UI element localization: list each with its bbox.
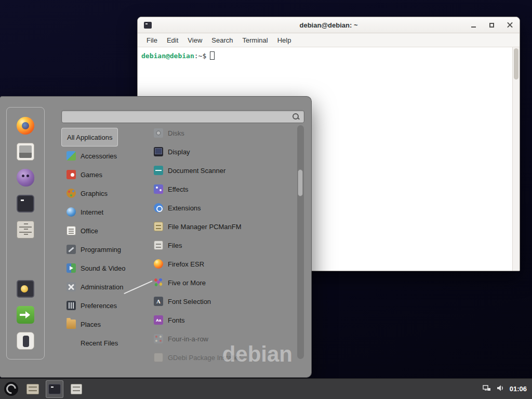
file-cabinet-icon [17,221,34,238]
clock[interactable]: 01:06 [510,385,527,393]
terminal-scrollbar-thumb[interactable] [514,48,518,79]
category-label: Games [81,171,102,179]
games-icon [66,170,76,179]
network-icon[interactable] [483,384,491,394]
administration-icon [66,282,76,291]
category-accessories[interactable]: Accessories [61,147,122,165]
app-label: Fonts [168,316,185,324]
system-tray: 01:06 [483,384,527,394]
app-label: Files [168,242,182,249]
close-button[interactable] [506,21,513,29]
category-label: Administration [81,283,123,291]
terminal-prompt: debian@debian:~$ [141,51,508,60]
display-icon [154,147,163,156]
terminal-titlebar[interactable]: debian@debian: ~ [138,17,520,33]
app-document-scanner[interactable]: Document Scanner [150,161,296,180]
menu-file[interactable]: File [142,34,162,46]
app-firefox-esr[interactable]: Firefox ESR [150,255,296,273]
favorites-column [6,107,45,360]
minimize-button[interactable] [470,21,477,29]
favorite-photos[interactable] [14,140,37,163]
prompt-user-host: debian@debian [141,52,194,60]
category-administration[interactable]: Administration [61,277,128,296]
category-all-applications[interactable]: All Applications [61,128,118,147]
menu-view[interactable]: View [183,34,207,46]
category-places[interactable]: Places [61,315,106,334]
category-recent-files[interactable]: Recent Files [61,334,123,352]
app-label: Display [168,148,190,156]
category-label: Accessories [81,152,117,160]
app-file-manager-pcmanfm[interactable]: File Manager PCManFM [150,217,296,236]
sound-video-icon [66,263,76,273]
category-label: Preferences [81,302,117,310]
prompt-symbol: $ [202,52,206,60]
preferences-icon [66,301,76,310]
gdebi-icon [154,353,163,362]
app-font-selection[interactable]: Font Selection [150,292,296,311]
files-icon [71,384,82,394]
category-preferences[interactable]: Preferences [61,296,122,315]
app-five-or-more[interactable]: Five or More [150,273,296,292]
terminal-cursor [210,51,215,60]
category-label: Places [81,321,101,328]
taskbar-file-manager[interactable] [24,380,42,398]
menu-search-box[interactable] [61,110,304,123]
menu-help[interactable]: Help [273,34,296,46]
app-label: Four-in-a-row [168,335,208,343]
app-list-scrollbar[interactable] [297,125,304,359]
menu-search[interactable]: Search [207,34,237,46]
category-games[interactable]: Games [61,165,108,184]
menu-search-input[interactable] [66,111,292,123]
extensions-icon [154,203,163,212]
menu-button[interactable] [2,380,20,398]
category-internet[interactable]: Internet [61,203,109,221]
disks-icon [154,128,163,138]
favorite-firefox[interactable] [14,114,37,137]
shutdown-button[interactable] [14,329,37,352]
lock-screen-button[interactable] [14,277,37,300]
category-label: Programming [81,246,121,254]
category-label: Sound & Video [81,264,126,272]
graphics-icon [66,189,76,198]
shutdown-icon [17,332,34,350]
favorite-mascot-app[interactable] [14,166,37,189]
volume-icon[interactable] [496,384,504,394]
app-fonts[interactable]: Fonts [150,311,296,329]
application-list: Disks Display Document Scanner Effects E… [150,124,296,363]
app-label: Disks [168,129,184,137]
prompt-separator: : [194,52,198,60]
category-sound-video[interactable]: Sound & Video [61,259,131,277]
app-display[interactable]: Display [150,142,296,161]
app-label: Firefox ESR [168,260,204,268]
terminal-scrollbar[interactable] [512,47,520,271]
menu-terminal[interactable]: Terminal [238,34,273,46]
app-label: Document Scanner [168,167,225,175]
app-files[interactable]: Files [150,236,296,255]
category-programming[interactable]: Programming [61,240,126,259]
four-in-a-row-icon [154,334,163,343]
menu-edit[interactable]: Edit [162,34,183,46]
favorite-file-manager[interactable] [14,218,37,241]
maximize-button[interactable] [488,21,495,29]
window-title: debian@debian: ~ [300,21,358,29]
minimize-icon [471,26,476,28]
document-scanner-icon [154,166,163,175]
logout-button[interactable] [14,303,37,326]
terminal-icon [17,195,34,212]
app-extensions[interactable]: Extensions [150,198,296,217]
app-disks[interactable]: Disks [150,124,296,142]
favorite-terminal[interactable] [14,192,37,215]
category-graphics[interactable]: Graphics [61,184,113,203]
taskbar-terminal[interactable] [46,380,63,398]
file-manager-icon [26,384,39,394]
photos-icon [17,143,34,161]
office-icon [66,226,76,235]
category-office[interactable]: Office [61,221,103,240]
mascot-icon [17,169,34,187]
category-list: All Applications Accessories Games Graph… [61,128,144,352]
app-list-scrollbar-thumb[interactable] [298,169,303,196]
taskbar-files[interactable] [68,380,85,398]
terminal-window-icon [144,22,152,29]
applications-menu: All Applications Accessories Games Graph… [0,96,312,378]
app-effects[interactable]: Effects [150,180,296,198]
